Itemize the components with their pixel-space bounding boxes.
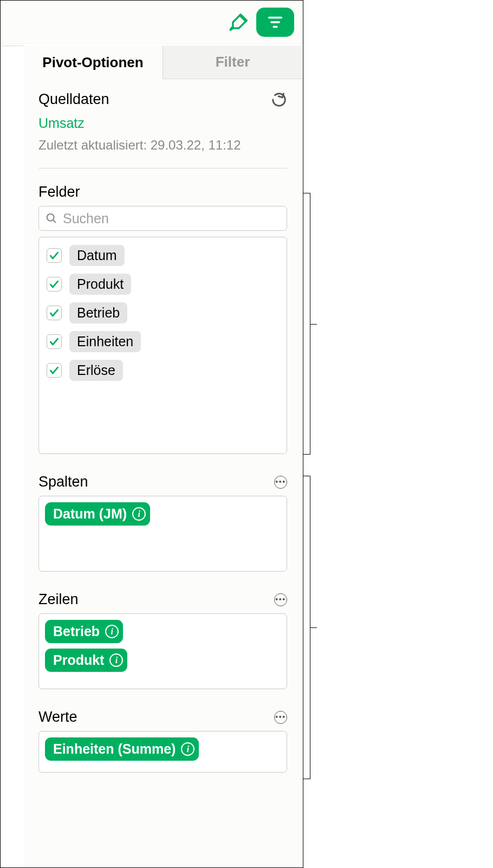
chip-label: Datum (JM) bbox=[53, 506, 127, 522]
search-input[interactable] bbox=[63, 211, 280, 226]
search-icon bbox=[46, 212, 57, 224]
field-chip[interactable]: Erlöse bbox=[69, 360, 123, 381]
field-item[interactable]: Einheiten bbox=[47, 331, 279, 352]
checkbox[interactable] bbox=[47, 363, 62, 378]
fields-list: Datum Produkt Betrieb Einheiten Erlöse bbox=[38, 237, 287, 454]
field-chip[interactable]: Einheiten bbox=[69, 331, 141, 352]
callout-bracket bbox=[310, 193, 310, 455]
columns-label: Spalten bbox=[38, 474, 88, 490]
checkbox[interactable] bbox=[47, 248, 62, 263]
info-icon[interactable]: i bbox=[132, 507, 146, 521]
source-table-link[interactable]: Umsatz bbox=[38, 115, 287, 131]
field-item[interactable]: Produkt bbox=[47, 274, 279, 295]
checkbox[interactable] bbox=[47, 306, 62, 320]
field-chip[interactable]: Betrieb bbox=[69, 302, 127, 323]
values-more-icon[interactable]: ••• bbox=[274, 711, 287, 724]
columns-more-icon[interactable]: ••• bbox=[274, 476, 287, 489]
rows-well[interactable]: Betrieb i Produkt i bbox=[38, 613, 287, 689]
column-chip[interactable]: Datum (JM) i bbox=[45, 502, 150, 526]
fields-search[interactable] bbox=[38, 206, 287, 231]
fields-label: Felder bbox=[38, 184, 287, 200]
chip-label: Einheiten (Summe) bbox=[53, 741, 176, 757]
source-data-label: Quelldaten bbox=[38, 91, 109, 108]
rows-more-icon[interactable]: ••• bbox=[274, 593, 287, 606]
organize-button[interactable] bbox=[256, 8, 294, 37]
rows-label: Zeilen bbox=[38, 591, 79, 608]
pivot-panel: Pivot-Optionen Filter Quelldaten Umsatz … bbox=[23, 46, 302, 867]
row-chip[interactable]: Produkt i bbox=[45, 649, 127, 672]
tab-filter[interactable]: Filter bbox=[163, 46, 302, 79]
field-chip[interactable]: Datum bbox=[69, 245, 125, 266]
info-icon[interactable]: i bbox=[109, 653, 123, 667]
checkbox[interactable] bbox=[47, 334, 62, 349]
info-icon[interactable]: i bbox=[181, 742, 194, 756]
field-chip[interactable]: Produkt bbox=[69, 274, 131, 295]
format-brush-icon[interactable] bbox=[228, 11, 250, 33]
last-updated-text: Zuletzt aktualisiert: 29.03.22, 11:12 bbox=[38, 138, 287, 153]
divider bbox=[38, 168, 287, 169]
sheet-edge bbox=[1, 46, 24, 782]
checkbox[interactable] bbox=[47, 277, 62, 292]
values-well[interactable]: Einheiten (Summe) i bbox=[38, 731, 287, 773]
value-chip[interactable]: Einheiten (Summe) i bbox=[45, 737, 199, 761]
row-chip[interactable]: Betrieb i bbox=[45, 620, 123, 643]
field-item[interactable]: Datum bbox=[47, 245, 279, 266]
tab-bar: Pivot-Optionen Filter bbox=[23, 46, 302, 79]
toolbar bbox=[1, 1, 303, 44]
columns-well[interactable]: Datum (JM) i bbox=[38, 496, 287, 572]
chip-label: Produkt bbox=[53, 652, 104, 668]
refresh-button[interactable] bbox=[271, 92, 287, 108]
info-icon[interactable]: i bbox=[105, 625, 119, 638]
values-label: Werte bbox=[38, 709, 77, 726]
field-item[interactable]: Betrieb bbox=[47, 302, 279, 323]
chip-label: Betrieb bbox=[53, 624, 100, 639]
tab-pivot-options[interactable]: Pivot-Optionen bbox=[23, 46, 163, 79]
inspector-panel: Pivot-Optionen Filter Quelldaten Umsatz … bbox=[0, 0, 303, 868]
svg-line-4 bbox=[53, 220, 56, 223]
callout-bracket bbox=[310, 476, 310, 779]
field-item[interactable]: Erlöse bbox=[47, 360, 279, 381]
